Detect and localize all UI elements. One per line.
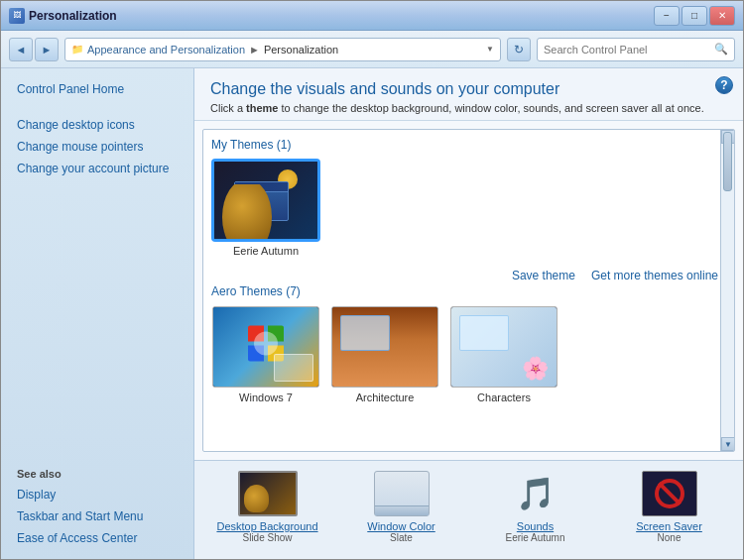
window-color-icon-area bbox=[370, 469, 434, 518]
themes-inner: My Themes (1) bbox=[203, 130, 734, 451]
sidebar-ease-access-link[interactable]: Ease of Access Center bbox=[1, 527, 193, 549]
music-notes-icon: 🎵 bbox=[516, 475, 556, 512]
theme-eerie-autumn[interactable]: Eerie Autumn bbox=[211, 160, 320, 257]
content-area: ? Change the visuals and sounds on your … bbox=[194, 68, 743, 559]
help-icon[interactable]: ? bbox=[715, 76, 733, 94]
screen-saver-icon bbox=[642, 471, 697, 516]
main-content: Control Panel Home Change desktop icons … bbox=[1, 68, 743, 559]
my-themes-row: Eerie Autumn bbox=[211, 160, 726, 257]
nav-arrows: ◄ ► bbox=[9, 38, 59, 61]
window-controls: − □ ✕ bbox=[654, 6, 735, 26]
bottom-window-color[interactable]: Window Color Slate bbox=[344, 469, 458, 543]
bottom-screen-saver[interactable]: Screen Saver None bbox=[612, 469, 726, 543]
page-title: Change the visuals and sounds on your co… bbox=[210, 80, 727, 98]
theme-bold-word: theme bbox=[246, 102, 278, 114]
screen-saver-label[interactable]: Screen Saver bbox=[636, 520, 702, 532]
desktop-bg-icon-area bbox=[236, 469, 300, 518]
nav-bar: ◄ ► 📁 Appearance and Personalization ► P… bbox=[1, 31, 743, 68]
bottom-sounds[interactable]: 🎵 Sounds Eerie Autumn bbox=[478, 469, 592, 543]
window-color-label[interactable]: Window Color bbox=[367, 520, 434, 532]
arch-bg bbox=[332, 307, 437, 387]
get-more-themes-link[interactable]: Get more themes online bbox=[591, 269, 718, 282]
theme-windows7-preview bbox=[212, 306, 319, 388]
desktop-bg-icon bbox=[238, 471, 298, 516]
theme-characters-preview: 🌸 bbox=[450, 306, 558, 388]
sidebar-change-account-picture[interactable]: Change your account picture bbox=[1, 158, 193, 179]
sidebar: Control Panel Home Change desktop icons … bbox=[1, 68, 194, 559]
wc-taskbar bbox=[375, 505, 429, 515]
theme-windows7[interactable]: Windows 7 bbox=[211, 306, 320, 403]
sidebar-control-panel-home[interactable]: Control Panel Home bbox=[1, 78, 193, 100]
win7-dialog bbox=[274, 354, 313, 382]
main-window: 🖼 Personalization − □ ✕ ◄ ► 📁 Appearance… bbox=[0, 0, 744, 560]
title-bar: 🖼 Personalization − □ ✕ bbox=[1, 1, 743, 31]
char-bg: 🌸 bbox=[451, 307, 557, 387]
sounds-icon: 🎵 bbox=[511, 471, 560, 516]
char-dialog bbox=[459, 315, 509, 351]
theme-eerie-autumn-name: Eerie Autumn bbox=[233, 245, 299, 257]
themes-container: My Themes (1) bbox=[194, 121, 743, 460]
scroll-bar: ▲ ▼ bbox=[720, 130, 734, 451]
my-themes-label: My Themes (1) bbox=[211, 138, 726, 152]
see-also-label: See also bbox=[1, 454, 193, 484]
theme-architecture-preview bbox=[331, 306, 438, 388]
sounds-sublabel: Eerie Autumn bbox=[505, 532, 564, 543]
desktop-bg-owl bbox=[244, 485, 269, 512]
theme-eerie-autumn-preview bbox=[212, 160, 319, 241]
breadcrumb-dropdown-icon[interactable]: ▼ bbox=[486, 45, 494, 54]
theme-windows7-name: Windows 7 bbox=[239, 392, 293, 403]
win7-bg bbox=[213, 307, 318, 387]
refresh-button[interactable]: ↻ bbox=[507, 38, 531, 61]
content-header: Change the visuals and sounds on your co… bbox=[194, 68, 743, 121]
content-description: Click a theme to change the desktop back… bbox=[210, 102, 727, 114]
sidebar-change-mouse-pointers[interactable]: Change mouse pointers bbox=[1, 136, 193, 158]
desktop-bg-label[interactable]: Desktop Background bbox=[216, 520, 317, 532]
eerie-autumn-bg bbox=[214, 162, 317, 239]
win-flag-center bbox=[254, 331, 278, 355]
aero-themes-label: Aero Themes (7) bbox=[211, 284, 726, 298]
search-bar: 🔍 bbox=[537, 38, 735, 61]
save-theme-link[interactable]: Save theme bbox=[512, 269, 575, 282]
search-icon[interactable]: 🔍 bbox=[714, 43, 728, 56]
themes-scroll-area: My Themes (1) bbox=[202, 129, 735, 452]
maximize-button[interactable]: □ bbox=[682, 6, 707, 26]
window-color-icon bbox=[374, 471, 430, 516]
window-title: Personalization bbox=[29, 9, 654, 23]
sounds-label[interactable]: Sounds bbox=[517, 520, 554, 532]
theme-architecture[interactable]: Architecture bbox=[330, 306, 439, 403]
bottom-bar: Desktop Background Slide Show Window Col… bbox=[194, 460, 743, 559]
window-icon: 🖼 bbox=[9, 8, 25, 24]
char-flowers: 🌸 bbox=[522, 356, 549, 382]
breadcrumb-parent-link[interactable]: Appearance and Personalization bbox=[87, 44, 245, 56]
screen-saver-icon-area bbox=[638, 469, 701, 518]
breadcrumb-current: Personalization bbox=[264, 44, 338, 56]
window-color-sublabel: Slate bbox=[390, 532, 413, 543]
sounds-icon-area: 🎵 bbox=[504, 469, 567, 518]
back-button[interactable]: ◄ bbox=[9, 38, 33, 61]
save-theme-bar: Save theme Get more themes online bbox=[211, 267, 726, 284]
search-input[interactable] bbox=[544, 44, 714, 56]
scroll-thumb[interactable] bbox=[723, 132, 732, 191]
breadcrumb-separator: ► bbox=[249, 44, 260, 56]
desktop-bg-sublabel: Slide Show bbox=[242, 532, 292, 543]
aero-themes-row: Windows 7 Architecture bbox=[211, 306, 726, 403]
theme-characters-name: Characters bbox=[477, 392, 531, 403]
minimize-button[interactable]: − bbox=[654, 6, 680, 26]
ea-owl bbox=[222, 184, 272, 239]
bottom-desktop-background[interactable]: Desktop Background Slide Show bbox=[210, 469, 324, 543]
breadcrumb: 📁 Appearance and Personalization ► Perso… bbox=[64, 38, 501, 61]
theme-characters[interactable]: 🌸 Characters bbox=[449, 306, 558, 403]
close-button[interactable]: ✕ bbox=[709, 6, 735, 26]
screen-saver-sublabel: None bbox=[658, 532, 682, 543]
theme-architecture-name: Architecture bbox=[356, 392, 415, 403]
sidebar-taskbar-link[interactable]: Taskbar and Start Menu bbox=[1, 505, 193, 527]
forward-button[interactable]: ► bbox=[35, 38, 59, 61]
breadcrumb-icon: 📁 bbox=[71, 44, 83, 55]
no-sign-icon bbox=[655, 479, 684, 508]
arch-dialog bbox=[340, 315, 390, 351]
sidebar-change-desktop-icons[interactable]: Change desktop icons bbox=[1, 114, 193, 136]
scroll-down-button[interactable]: ▼ bbox=[721, 437, 735, 451]
sidebar-display-link[interactable]: Display bbox=[1, 484, 193, 505]
